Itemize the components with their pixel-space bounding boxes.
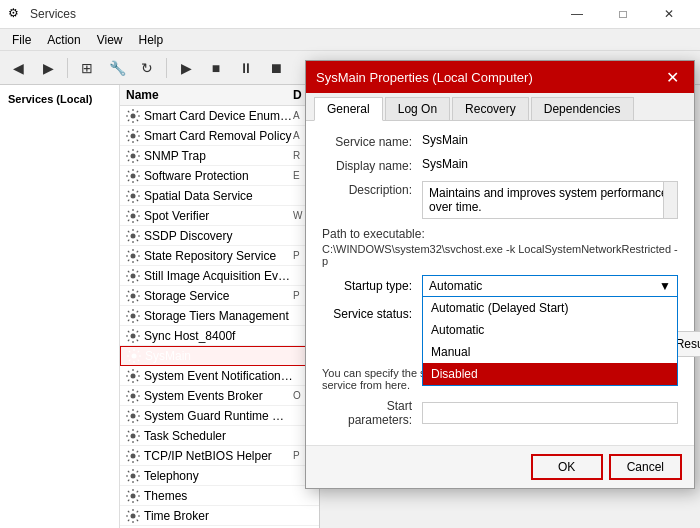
start-service-toolbar-btn[interactable]: ▶ — [172, 54, 200, 82]
dialog-tab-general[interactable]: General — [314, 97, 383, 121]
service-name-text: Time Broker — [144, 509, 293, 523]
properties-button[interactable]: 🔧 — [103, 54, 131, 82]
service-name-text: Telephony — [144, 469, 293, 483]
svg-point-6 — [131, 233, 136, 238]
description-label: Description: — [322, 181, 422, 197]
service-item[interactable]: Time Broker — [120, 506, 319, 526]
back-button[interactable]: ◀ — [4, 54, 32, 82]
header-name: Name — [126, 88, 293, 102]
service-item[interactable]: Still Image Acquisition Events — [120, 266, 319, 286]
display-name-value: SysMain — [422, 157, 678, 171]
dialog-tab-log-on[interactable]: Log On — [385, 97, 450, 120]
resume-service-toolbar-btn[interactable]: ⏹ — [262, 54, 290, 82]
path-value: C:\WINDOWS\system32\svchost.exe -k Local… — [322, 243, 678, 267]
service-gear-icon — [126, 509, 140, 523]
ok-button[interactable]: OK — [531, 454, 603, 480]
service-gear-icon — [126, 429, 140, 443]
dropdown-option[interactable]: Disabled — [423, 363, 677, 385]
service-item[interactable]: Spatial Data Service — [120, 186, 319, 206]
services-list[interactable]: Name D Smart Card Device Enumerat... A S… — [120, 85, 320, 528]
svg-point-7 — [131, 253, 136, 258]
show-hide-button[interactable]: ⊞ — [73, 54, 101, 82]
refresh-button[interactable]: ↻ — [133, 54, 161, 82]
params-input[interactable] — [422, 402, 678, 424]
pause-service-toolbar-btn[interactable]: ⏸ — [232, 54, 260, 82]
service-gear-icon — [126, 249, 140, 263]
service-gear-icon — [127, 349, 141, 363]
service-item[interactable]: State Repository Service P — [120, 246, 319, 266]
service-item[interactable]: Sync Host_8400f — [120, 326, 319, 346]
menu-file[interactable]: File — [4, 31, 39, 49]
svg-point-17 — [131, 453, 136, 458]
display-name-label: Display name: — [322, 157, 422, 173]
svg-point-9 — [131, 293, 136, 298]
service-item[interactable]: Telephony — [120, 466, 319, 486]
cancel-button[interactable]: Cancel — [609, 454, 682, 480]
svg-point-3 — [131, 173, 136, 178]
service-item[interactable]: SNMP Trap R — [120, 146, 319, 166]
service-gear-icon — [126, 469, 140, 483]
dialog-tab-dependencies[interactable]: Dependencies — [531, 97, 634, 120]
dialog-title: SysMain Properties (Local Computer) — [316, 70, 660, 85]
service-name-text: SSDP Discovery — [144, 229, 293, 243]
dropdown-option[interactable]: Automatic (Delayed Start) — [423, 297, 677, 319]
path-label: Path to executable: — [322, 227, 678, 241]
service-item[interactable]: Spot Verifier W — [120, 206, 319, 226]
forward-button[interactable]: ▶ — [34, 54, 62, 82]
maximize-button[interactable]: □ — [600, 0, 646, 29]
svg-point-15 — [131, 413, 136, 418]
service-item[interactable]: SSDP Discovery — [120, 226, 319, 246]
path-section: Path to executable: C:\WINDOWS\system32\… — [322, 227, 678, 267]
services-header: Name D — [120, 85, 319, 106]
svg-point-16 — [131, 433, 136, 438]
sysmain-dialog[interactable]: SysMain Properties (Local Computer) ✕ Ge… — [305, 60, 695, 489]
service-name-value: SysMain — [422, 133, 678, 147]
menu-action[interactable]: Action — [39, 31, 88, 49]
service-gear-icon — [126, 209, 140, 223]
service-item[interactable]: Smart Card Device Enumerat... A — [120, 106, 319, 126]
service-name-text: Themes — [144, 489, 293, 503]
service-item[interactable]: Task Scheduler — [120, 426, 319, 446]
startup-dropdown[interactable]: Automatic ▼ — [422, 275, 678, 297]
close-button[interactable]: ✕ — [646, 0, 692, 29]
dialog-tabs: GeneralLog OnRecoveryDependencies — [306, 93, 694, 121]
service-item[interactable]: TCP/IP NetBIOS Helper P — [120, 446, 319, 466]
service-item[interactable]: Storage Service P — [120, 286, 319, 306]
description-scrollbar[interactable] — [663, 182, 677, 218]
service-gear-icon — [126, 229, 140, 243]
service-item[interactable]: System Event Notification S... — [120, 366, 319, 386]
svg-point-4 — [131, 193, 136, 198]
minimize-button[interactable]: — — [554, 0, 600, 29]
stop-service-toolbar-btn[interactable]: ■ — [202, 54, 230, 82]
description-value: Maintains and improves system performanc… — [429, 186, 668, 214]
service-item[interactable]: Storage Tiers Management — [120, 306, 319, 326]
svg-point-2 — [131, 153, 136, 158]
service-name-text: Spatial Data Service — [144, 189, 293, 203]
window-title: Services — [30, 7, 76, 21]
menu-view[interactable]: View — [89, 31, 131, 49]
service-gear-icon — [126, 309, 140, 323]
service-item[interactable]: System Guard Runtime Mon... — [120, 406, 319, 426]
svg-point-12 — [132, 354, 137, 359]
service-gear-icon — [126, 129, 140, 143]
menu-help[interactable]: Help — [131, 31, 172, 49]
dropdown-option[interactable]: Automatic — [423, 319, 677, 341]
description-box: Maintains and improves system performanc… — [422, 181, 678, 219]
service-gear-icon — [126, 189, 140, 203]
service-item[interactable]: SysMain — [120, 346, 319, 366]
dialog-tab-recovery[interactable]: Recovery — [452, 97, 529, 120]
startup-type-label: Startup type: — [322, 279, 422, 293]
svg-point-0 — [131, 113, 136, 118]
dialog-close-button[interactable]: ✕ — [660, 65, 684, 89]
service-gear-icon — [126, 109, 140, 123]
service-gear-icon — [126, 449, 140, 463]
service-gear-icon — [126, 329, 140, 343]
display-name-row: Display name: SysMain — [322, 157, 678, 173]
service-item[interactable]: Themes — [120, 486, 319, 506]
dropdown-option[interactable]: Manual — [423, 341, 677, 363]
service-item[interactable]: Software Protection E — [120, 166, 319, 186]
service-gear-icon — [126, 489, 140, 503]
svg-point-18 — [131, 473, 136, 478]
service-item[interactable]: Smart Card Removal Policy A — [120, 126, 319, 146]
service-item[interactable]: System Events Broker O — [120, 386, 319, 406]
